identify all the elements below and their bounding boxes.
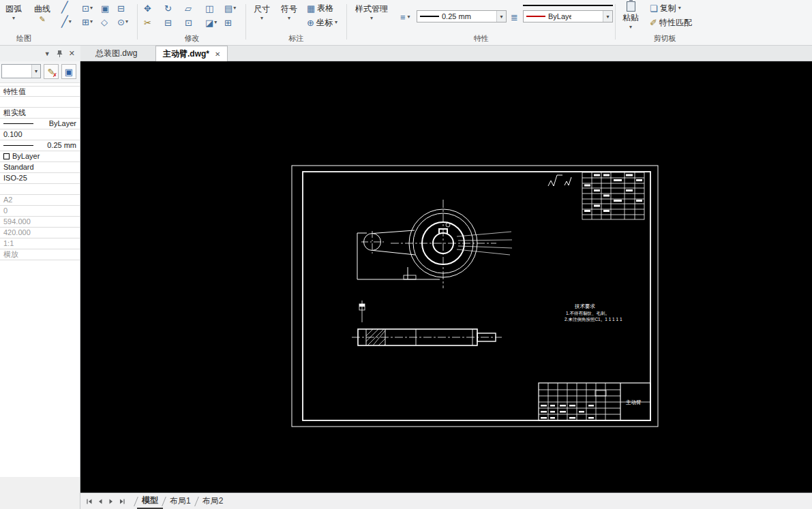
table-button[interactable]: ▦ 表格 [307, 2, 333, 14]
panel-close-button[interactable]: ✕ [69, 49, 75, 58]
paste-button[interactable]: 粘贴 ▾ [622, 1, 639, 30]
scale-icon[interactable]: ⊡ [185, 16, 192, 29]
line-icon[interactable]: ╱ [61, 1, 68, 14]
trim-icon[interactable]: ✂ [144, 16, 151, 29]
main-view [391, 200, 512, 288]
panel-collapse-button[interactable]: ▼ [44, 50, 50, 57]
doc-tab-active-arm-label: 主动臂.dwg* [163, 48, 209, 60]
fillet-icon[interactable]: ◪▾ [205, 16, 217, 29]
ribbon-separator [137, 4, 138, 40]
coordinate-button[interactable]: ⊕ 坐标 ▾ [307, 16, 337, 29]
technical-requirements: 技术要求 1.不得有裂纹、毛刺。 2.未注倒角按照C1。1 1 1 1 1 [565, 303, 622, 322]
color-select[interactable]: ByLayer ▾ [523, 10, 613, 22]
arc-button[interactable]: 圆弧 ▾ [5, 3, 22, 21]
tab-close-icon[interactable]: ✕ [215, 50, 220, 58]
chevron-down-icon: ▾ [233, 5, 236, 11]
dimension-button[interactable]: 尺寸 ▾ [254, 3, 270, 21]
copy-button-label: 复制 [660, 3, 676, 14]
properties-panel-toolbar: ▾ ✎ ✗ ▣ [0, 61, 80, 83]
layer-list-button[interactable]: ≡ ▾ [400, 11, 410, 23]
chevron-down-icon: ▾ [370, 16, 373, 21]
select-objects-icon: ▣ [65, 67, 73, 76]
linetype-row[interactable]: 粗实线 [0, 108, 80, 119]
chevron-down-icon: ▾ [260, 16, 263, 21]
explode-icon[interactable]: ⊞ [224, 16, 232, 29]
table-icon: ▦ [307, 4, 315, 13]
style-manager-button-label: 样式管理 [355, 3, 388, 15]
layout-row: 0 [0, 206, 80, 217]
empty-row [0, 184, 80, 195]
rotate-icon[interactable]: ↻ [164, 2, 172, 14]
array-icon[interactable]: ▤▾ [224, 2, 236, 14]
curve-button[interactable]: 曲线 ✎ [34, 3, 50, 23]
coordinate-button-label: 坐标 [316, 17, 333, 29]
properties-grid: 特性值 粗实线 ByLayer 0.100 0.25 mm ByLayer St… [0, 86, 80, 260]
tab-layout1[interactable]: 布局1 [165, 494, 196, 508]
hatch-icon[interactable]: ⊟ [117, 2, 125, 14]
ribbon-group-draw: 圆弧 ▾ 曲线 ✎ ╱ ╱▾ ⊡▾ ▣ ⊟ ⊞▾ ◇ ⊙▾ 绘图 [0, 0, 136, 45]
nav-next-button[interactable] [108, 498, 115, 505]
tab-layout2[interactable]: 布局2 [198, 494, 228, 508]
tech-requirements-title: 技术要求 [574, 303, 596, 309]
parts-table [582, 172, 644, 219]
object-type-select[interactable]: ▾ [1, 64, 41, 78]
red-x-icon: ✗ [52, 72, 57, 78]
linetype-layer-value: ByLayer [49, 119, 76, 129]
pencil-icon: ✎ [39, 16, 45, 23]
roughness-symbols [548, 175, 571, 186]
chevron-down-icon: ▾ [496, 11, 506, 22]
rectangle-icon[interactable]: ⊡▾ [82, 2, 93, 14]
stretch-icon[interactable]: ▱ [185, 2, 192, 14]
lineweight-sample [420, 16, 439, 17]
sheet-frame [292, 166, 658, 427]
match-properties-button[interactable]: ✐ 特性匹配 [650, 16, 692, 29]
linetype-icon[interactable]: ≣ [511, 11, 518, 23]
annotate-group-label: 标注 [247, 33, 346, 44]
pin-icon[interactable] [57, 50, 63, 58]
doc-tab-assembly-label: 总装图.dwg [95, 48, 137, 59]
polyline-icon[interactable]: ╱▾ [61, 16, 72, 28]
doc-tab-assembly[interactable]: 总装图.dwg [89, 46, 144, 61]
doc-tab-active-arm[interactable]: 主动臂.dwg* ✕ [155, 46, 228, 61]
curve-button-label: 曲线 [34, 3, 50, 15]
nav-last-button[interactable] [119, 498, 125, 505]
mirror-icon[interactable]: ◫ [205, 2, 213, 14]
region-icon[interactable]: ▣ [101, 2, 109, 14]
move-icon[interactable]: ✥ [144, 2, 151, 14]
model-space-canvas[interactable]: 技术要求 1.不得有裂纹、毛刺。 2.未注倒角按照C1。1 1 1 1 1 [80, 61, 812, 493]
erase-icon[interactable]: ⊟ [164, 16, 172, 29]
color-value: ByLayer [548, 12, 571, 20]
polygon-icon[interactable]: ◇ [101, 16, 108, 28]
grid-icon[interactable]: ⊞▾ [82, 16, 93, 28]
ribbon-group-modify: ✥ ↻ ▱ ◫ ▤▾ ✂ ⊟ ⊡ ◪▾ ⊞ 修改 [138, 0, 245, 45]
current-color-bar [523, 5, 613, 6]
chevron-down-icon: ▾ [90, 19, 93, 25]
plot-lineweight-row[interactable]: 0.100 [0, 129, 80, 140]
copy-button[interactable]: ❏ 复制 ▾ [650, 2, 681, 14]
text-style-row[interactable]: Standard [0, 162, 80, 173]
paste-button-label: 粘贴 [622, 12, 639, 24]
circle-icon[interactable]: ⊙▾ [117, 16, 128, 28]
nav-first-button[interactable] [86, 498, 93, 505]
nav-prev-button[interactable] [97, 498, 104, 505]
draw-group-label: 绘图 [0, 33, 136, 44]
properties-grid-header: 特性值 [0, 86, 80, 97]
paper-width-row: 594.000 [0, 217, 80, 228]
select-objects-button[interactable]: ▣ [61, 64, 76, 79]
quick-select-button[interactable]: ✎ ✗ [44, 64, 59, 79]
color-sample [526, 16, 545, 17]
table-button-label: 表格 [317, 3, 333, 14]
color-row[interactable]: ByLayer [0, 151, 80, 162]
dim-style-row[interactable]: ISO-25 [0, 173, 80, 184]
style-manager-button[interactable]: 样式管理 ▾ [355, 3, 388, 21]
chevron-down-icon: ▾ [214, 20, 217, 25]
lineweight-select[interactable]: 0.25 mm ▾ [417, 10, 507, 22]
chevron-down-icon: ▾ [629, 25, 632, 30]
lineweight-row[interactable]: 0.25 mm [0, 140, 80, 151]
linetype-layer-row[interactable]: ByLayer [0, 119, 80, 129]
orientation-row: 横放 [0, 249, 80, 260]
chevron-down-icon: ▾ [678, 5, 681, 11]
tab-model[interactable]: 模型 [137, 493, 163, 509]
part-name-text: 主动臂 [626, 399, 642, 405]
symbol-button[interactable]: 符号 ▾ [281, 3, 297, 21]
